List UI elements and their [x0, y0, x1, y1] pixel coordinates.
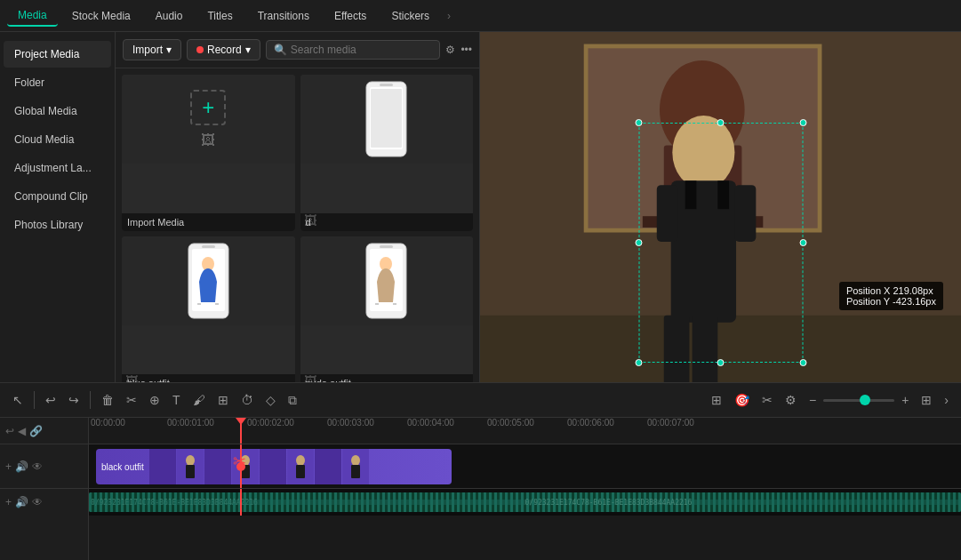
sidebar-item-project-media[interactable]: Project Media [4, 41, 111, 68]
timeline-undo-button[interactable]: ↩ [5, 425, 14, 437]
timeline-settings-button[interactable]: ⚙ [780, 389, 802, 411]
svg-rect-49 [186, 465, 195, 478]
tab-media[interactable]: Media [7, 5, 58, 27]
import-chevron-icon: ▾ [166, 44, 172, 56]
split-audio-button[interactable]: ✂ [757, 389, 778, 411]
zoom-slider[interactable] [823, 399, 894, 402]
split-button[interactable]: ⊕ [144, 389, 165, 411]
record-label: Record [207, 44, 242, 56]
timeline-header-controls: ↩ ◀ 🔗 [0, 418, 88, 444]
paint-button[interactable]: 🖌 [188, 389, 211, 411]
transform-handle-tl[interactable] [635, 119, 642, 126]
time-marker-3: 00:00:03:00 [327, 418, 374, 428]
audio-speaker-button[interactable]: 🔊 [15, 496, 28, 508]
timeline-collapse-button[interactable]: ◀ [18, 425, 26, 437]
zoom-out-button[interactable]: − [804, 389, 821, 411]
redo-button[interactable]: ↪ [63, 389, 84, 411]
track-speaker-button[interactable]: 🔊 [15, 460, 28, 473]
video-track: black outfit [89, 444, 961, 489]
tab-audio[interactable]: Audio [145, 6, 194, 26]
media-item-import-label: Import Media [122, 213, 295, 231]
media-item-nude-outfit[interactable]: 🖼 nude outfit [300, 236, 474, 393]
sidebar-item-photos-library[interactable]: Photos Library [4, 212, 111, 238]
svg-rect-53 [296, 465, 305, 478]
position-x-label: Position X 219.08px [846, 285, 936, 296]
toolbar-icons: ⚙ ••• [445, 44, 472, 56]
search-box[interactable]: 🔍 [266, 40, 441, 60]
playhead-track-line [240, 444, 242, 488]
svg-rect-3 [371, 89, 402, 148]
more-options-icon[interactable]: ••• [460, 44, 472, 56]
svg-rect-12 [380, 245, 393, 248]
transform-handle-tr[interactable] [799, 119, 806, 126]
filter-icon[interactable]: ⚙ [445, 44, 455, 56]
clock-button[interactable]: ⏱ [236, 389, 259, 411]
tab-transitions[interactable]: Transitions [247, 6, 320, 26]
time-marker-0: 00:00:00 [91, 418, 125, 428]
media-item-blue-outfit[interactable]: 🖼 blue outfit [122, 236, 295, 393]
transform-handle-tc[interactable] [717, 119, 725, 126]
video-clip-main[interactable]: black outfit [96, 449, 452, 484]
playhead-circle [236, 462, 245, 471]
tab-titles[interactable]: Titles [196, 6, 243, 26]
sidebar-item-folder[interactable]: Folder [4, 69, 111, 96]
zoom-in-button[interactable]: + [896, 389, 914, 411]
import-media-plus-icon[interactable]: + [190, 90, 226, 125]
tab-stock-media[interactable]: Stock Media [61, 6, 141, 26]
bottom-section: ↖ ↩ ↪ 🗑 ✂ ⊕ T 🖌 ⊞ ⏱ ◇ ⧉ ⊞ 🎯 ✂ ⚙ − + ⊞ › … [0, 382, 961, 560]
svg-rect-2 [380, 84, 393, 86]
sidebar-item-adjustment-layers[interactable]: Adjustment La... [4, 155, 111, 181]
clip-label: black outfit [96, 462, 149, 472]
sidebar-item-compound-clip[interactable]: Compound Clip [4, 183, 111, 210]
transform-handle-ml[interactable] [635, 239, 642, 246]
link-button[interactable]: 🔗 [29, 425, 43, 437]
playhead[interactable] [240, 418, 242, 444]
time-marker-7: 00:00:07:00 [647, 418, 694, 428]
audio-eye-button[interactable]: 👁 [32, 496, 43, 508]
tool-sep-2 [90, 391, 91, 409]
phone-thumb-blue-svg [184, 242, 233, 320]
time-marker-5: 00:00:05:00 [487, 418, 534, 428]
position-tooltip: Position X 219.08px Position Y -423.16px [839, 282, 943, 310]
crop-button[interactable]: ⊞ [212, 389, 234, 411]
audio-add-button[interactable]: + [5, 496, 12, 508]
timeline-container: ↩ ◀ 🔗 + 🔊 👁 + 🔊 👁 00:00:00 00:00:01 [0, 418, 961, 560]
grid-view-button[interactable]: ⊞ [916, 389, 937, 411]
import-button[interactable]: Import ▾ [123, 39, 181, 60]
import-media-icon: 🖼 [201, 132, 215, 148]
media-item-d[interactable]: 🖼 d [300, 75, 474, 231]
tab-effects[interactable]: Effects [324, 6, 377, 26]
audio-waveform-svg: 0/923231E174C78-B61E-BE1E83D3B844AA2216 … [89, 492, 961, 512]
delete-button[interactable]: 🗑 [96, 389, 119, 411]
time-marker-6: 00:00:06:00 [567, 418, 614, 428]
audio-clip[interactable]: 0/923231E174C78-B61E-BE1E83D3B844AA2216 … [89, 492, 961, 512]
more-timeline-button[interactable]: › [939, 389, 954, 411]
transform-handle-br[interactable] [799, 359, 806, 366]
transform-handle-mr[interactable] [799, 239, 806, 246]
sidebar-item-cloud-media[interactable]: Cloud Media [4, 126, 111, 153]
sidebar-item-global-media[interactable]: Global Media [4, 98, 111, 124]
record-button[interactable]: Record ▾ [187, 39, 260, 60]
media-item-import[interactable]: + 🖼 Import Media [122, 75, 295, 231]
copy-button[interactable]: ⧉ [283, 389, 302, 412]
svg-point-54 [351, 455, 360, 466]
text-button[interactable]: T [167, 389, 186, 411]
timeline-mode-button[interactable]: ⊞ [706, 389, 727, 411]
time-marker-4: 00:00:04:00 [407, 418, 454, 428]
cut-button[interactable]: ✂ [121, 389, 142, 411]
transform-handle-bc[interactable] [717, 359, 725, 366]
shape-button[interactable]: ◇ [260, 389, 281, 411]
transform-handle-bl[interactable] [635, 359, 642, 366]
undo-button[interactable]: ↩ [40, 389, 61, 411]
frame-thumb-3-svg [292, 453, 309, 480]
tab-stickers[interactable]: Stickers [380, 6, 440, 26]
search-input[interactable] [291, 44, 433, 56]
snap-button[interactable]: 🎯 [729, 389, 755, 411]
track-add-button[interactable]: + [5, 460, 12, 473]
track-eye-button[interactable]: 👁 [32, 460, 43, 473]
select-tool-button[interactable]: ↖ [7, 389, 28, 411]
svg-rect-55 [351, 465, 360, 478]
nav-expand-arrow[interactable]: › [444, 10, 454, 22]
search-icon: 🔍 [274, 44, 287, 56]
record-dot-icon [196, 46, 204, 53]
